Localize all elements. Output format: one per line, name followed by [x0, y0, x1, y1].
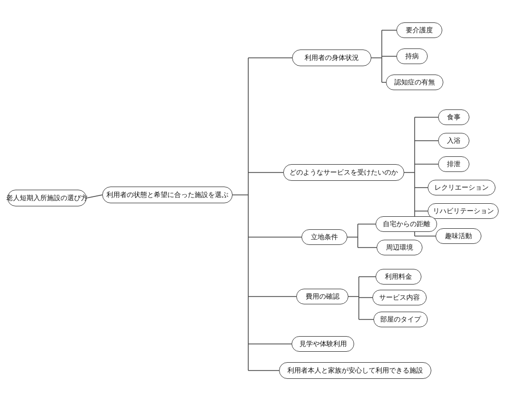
node-n2c: 認知症の有無 [386, 75, 443, 90]
node-n2a: 要介護度 [396, 22, 442, 38]
node-root: 老人短期入所施設の選び方 [7, 190, 87, 206]
node-n3f: 趣味活動 [436, 228, 481, 244]
node-n3: どのようなサービスを受けたいのか [283, 164, 404, 181]
node-n3d: レクリエーション [428, 180, 495, 195]
node-n5b: サービス内容 [372, 290, 427, 305]
node-n3a: 食事 [438, 109, 469, 125]
node-n5a: 利用料金 [376, 269, 421, 285]
node-n3e: リハビリテーション [428, 203, 499, 219]
node-n3b: 入浴 [438, 133, 469, 149]
node-n4b: 周辺環境 [377, 240, 422, 255]
node-n5: 費用の確認 [296, 289, 348, 304]
node-n4a: 自宅からの距離 [376, 216, 437, 232]
node-n7: 利用者本人と家族が安心して利用できる施設 [279, 362, 431, 379]
node-n5c: 部屋のタイプ [373, 312, 428, 327]
node-n2b: 持病 [396, 48, 428, 64]
svg-line-0 [87, 195, 102, 198]
node-n2: 利用者の身体状況 [292, 50, 371, 66]
node-n1: 利用者の状態と希望に合った施設を選ぶ [102, 187, 233, 203]
node-n6: 見学や体験利用 [292, 336, 354, 352]
node-n3c: 排泄 [438, 156, 469, 172]
mindmap-canvas: 老人短期入所施設の選び方利用者の状態と希望に合った施設を選ぶ利用者の身体状況要介… [0, 0, 532, 407]
node-n4: 立地条件 [301, 229, 347, 245]
